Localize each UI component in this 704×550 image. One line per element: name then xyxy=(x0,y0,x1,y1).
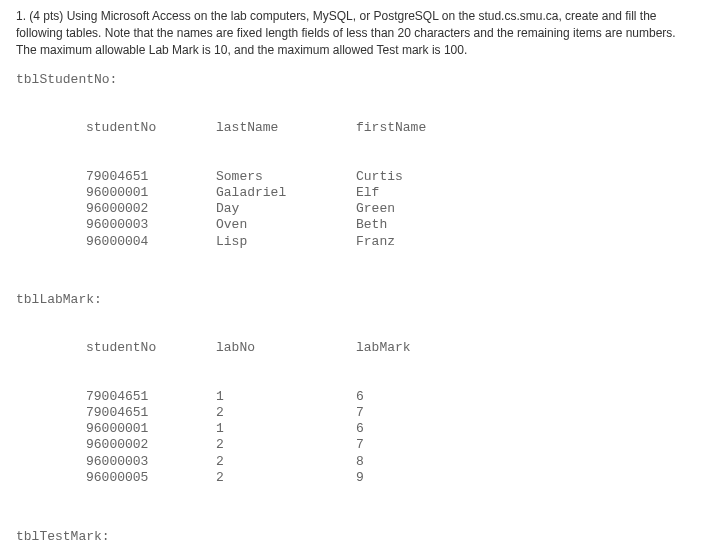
col-header: studentNo xyxy=(86,120,216,136)
cell: 96000004 xyxy=(86,234,216,250)
cell: Curtis xyxy=(356,169,496,185)
cell: 6 xyxy=(356,421,496,437)
cell: Somers xyxy=(216,169,356,185)
table-row: 96000004LispFranz xyxy=(86,234,688,250)
table-row: 9600000116 xyxy=(86,421,688,437)
cell: 96000001 xyxy=(86,421,216,437)
cell: 79004651 xyxy=(86,389,216,405)
table-row: 96000002DayGreen xyxy=(86,201,688,217)
cell: 7 xyxy=(356,405,496,421)
table-header-row: studentNo lastName firstName xyxy=(86,120,688,136)
table-title: tblLabMark: xyxy=(16,292,688,307)
table-row: 96000001GaladrielElf xyxy=(86,185,688,201)
cell: 96000002 xyxy=(86,437,216,453)
cell: Beth xyxy=(356,217,496,233)
question-prompt: 1. (4 pts) Using Microsoft Access on the… xyxy=(16,8,688,58)
cell: Green xyxy=(356,201,496,217)
table-title: tblTestMark: xyxy=(16,529,688,544)
cell: Franz xyxy=(356,234,496,250)
table-row: 7900465116 xyxy=(86,389,688,405)
table-header-row: studentNo labNo labMark xyxy=(86,340,688,356)
cell: 96000003 xyxy=(86,217,216,233)
cell: 2 xyxy=(216,437,356,453)
cell: 7 xyxy=(356,437,496,453)
cell: 79004651 xyxy=(86,405,216,421)
table-title: tblStudentNo: xyxy=(16,72,688,87)
table-body: studentNo labNo labMark 7900465116790046… xyxy=(16,307,688,518)
table-row: 7900465127 xyxy=(86,405,688,421)
table-row: 9600000328 xyxy=(86,454,688,470)
col-header: studentNo xyxy=(86,340,216,356)
cell: 2 xyxy=(216,470,356,486)
cell: 96000005 xyxy=(86,470,216,486)
col-header: firstName xyxy=(356,120,496,136)
table-test-mark: tblTestMark: studentNo testNo testMark 7… xyxy=(16,529,688,550)
col-header: labMark xyxy=(356,340,496,356)
table-row: 9600000529 xyxy=(86,470,688,486)
cell: 1 xyxy=(216,389,356,405)
cell: 9 xyxy=(356,470,496,486)
table-lab-mark: tblLabMark: studentNo labNo labMark 7900… xyxy=(16,292,688,518)
table-student-no: tblStudentNo: studentNo lastName firstNa… xyxy=(16,72,688,282)
table-row: 96000003OvenBeth xyxy=(86,217,688,233)
cell: 1 xyxy=(216,421,356,437)
table-row: 79004651SomersCurtis xyxy=(86,169,688,185)
cell: Lisp xyxy=(216,234,356,250)
col-header: lastName xyxy=(216,120,356,136)
cell: Elf xyxy=(356,185,496,201)
cell: Day xyxy=(216,201,356,217)
table-body: studentNo lastName firstName 79004651Som… xyxy=(16,87,688,282)
cell: 96000001 xyxy=(86,185,216,201)
cell: 6 xyxy=(356,389,496,405)
table-row: 9600000227 xyxy=(86,437,688,453)
cell: 79004651 xyxy=(86,169,216,185)
col-header: labNo xyxy=(216,340,356,356)
cell: 2 xyxy=(216,454,356,470)
cell: 96000003 xyxy=(86,454,216,470)
cell: 8 xyxy=(356,454,496,470)
cell: 96000002 xyxy=(86,201,216,217)
cell: 2 xyxy=(216,405,356,421)
table-body: studentNo testNo testMark 79004651170790… xyxy=(16,544,688,550)
cell: Galadriel xyxy=(216,185,356,201)
cell: Oven xyxy=(216,217,356,233)
